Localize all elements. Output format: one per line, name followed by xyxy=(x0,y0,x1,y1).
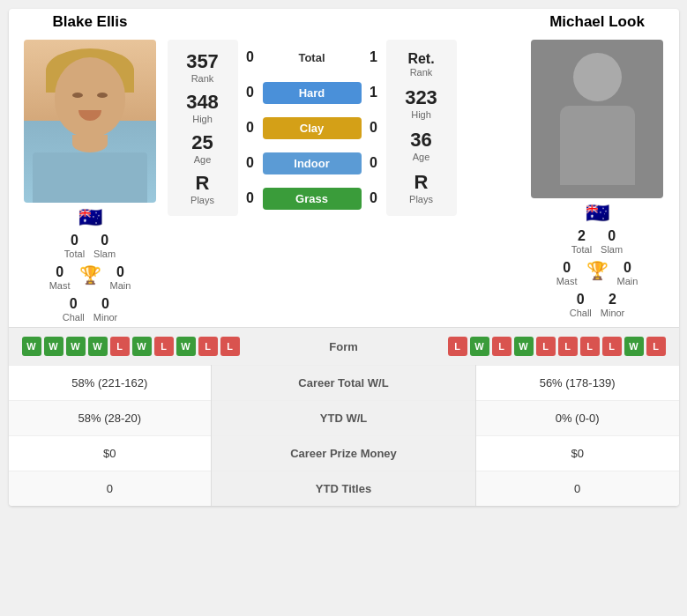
form-badge-w: W xyxy=(470,337,489,356)
right-flag: 🇦🇺 xyxy=(586,202,609,225)
right-ytd-wl: 0% (0-0) xyxy=(475,401,678,436)
right-mast: 0 Mast xyxy=(556,260,578,286)
left-player-col: 🇦🇺 0 Total 0 Slam 0 Mast 🏆 0 xyxy=(13,40,168,323)
hard-score-row: 0 Hard 1 xyxy=(242,82,383,104)
left-minor: 0 Minor xyxy=(93,296,118,323)
left-mast: 0 Mast xyxy=(49,264,71,291)
form-badge-l: L xyxy=(580,337,600,356)
career-wl-row: 58% (221-162) Career Total W/L 56% (178-… xyxy=(9,366,679,401)
right-stats-bot: 0 Chall 2 Minor xyxy=(570,292,625,318)
form-badge-w: W xyxy=(132,337,152,356)
left-high-block: 348 High xyxy=(186,91,219,124)
left-stats-box: 357 Rank 348 High 25 Age R Plays xyxy=(168,40,238,216)
left-rank-block: 357 Rank xyxy=(186,50,219,84)
left-player-photo xyxy=(24,40,156,203)
grass-score-row: 0 Grass 0 xyxy=(242,188,383,210)
right-plays-block: R Plays xyxy=(409,171,433,204)
titles-label: YTD Titles xyxy=(212,471,476,507)
left-plays-block: R Plays xyxy=(190,172,214,205)
right-stats-mid: 0 Mast 🏆 0 Main xyxy=(556,260,638,286)
career-wl-label: Career Total W/L xyxy=(212,366,476,401)
prize-row: $0 Career Prize Money $0 xyxy=(9,436,679,471)
stats-table: 58% (221-162) Career Total W/L 56% (178-… xyxy=(9,365,679,506)
left-career-wl: 58% (221-162) xyxy=(9,366,212,401)
left-trophy-icon: 🏆 xyxy=(79,264,101,291)
right-stats-box: Ret. Rank 323 High 36 Age R Plays xyxy=(386,40,457,216)
right-slam: 0 Slam xyxy=(601,228,623,255)
indoor-score-row: 0 Indoor 0 xyxy=(242,152,383,174)
left-stats-top: 0 Total 0 Slam xyxy=(64,233,116,259)
main-card: Blake Ellis Michael Look 🇦🇺 xyxy=(9,9,679,506)
right-trophy-icon: 🏆 xyxy=(586,260,609,286)
right-high-block: 323 High xyxy=(405,86,437,120)
right-main: 0 Main xyxy=(617,260,638,286)
ytd-wl-row: 58% (28-20) YTD W/L 0% (0-0) xyxy=(9,401,679,436)
left-form-badges: WWWWLWLWLL xyxy=(22,337,300,356)
left-ytd-wl: 58% (28-20) xyxy=(9,401,212,436)
left-prize: $0 xyxy=(9,436,212,471)
form-badge-l: L xyxy=(110,337,130,356)
stats-scores-row: 357 Rank 348 High 25 Age R Plays xyxy=(168,40,520,216)
prize-label: Career Prize Money xyxy=(212,436,476,471)
form-badge-w: W xyxy=(176,337,196,356)
right-form-badges: LWLWLLLLWL xyxy=(388,337,666,356)
right-player-name: Michael Look xyxy=(549,13,645,30)
left-titles: 0 xyxy=(9,471,212,507)
total-score-row: 0 Total 1 xyxy=(242,47,383,69)
form-badge-w: W xyxy=(624,337,644,356)
center-col-main: 357 Rank 348 High 25 Age R Plays xyxy=(168,40,520,216)
form-badge-w: W xyxy=(44,337,63,356)
form-badge-l: L xyxy=(154,337,174,356)
form-badge-w: W xyxy=(22,337,41,356)
right-total: 2 Total xyxy=(571,228,592,255)
left-slam: 0 Slam xyxy=(93,233,116,259)
form-badge-w: W xyxy=(514,337,534,356)
form-badge-w: W xyxy=(88,337,108,356)
right-titles: 0 xyxy=(475,471,678,507)
left-age-block: 25 Age xyxy=(191,131,213,165)
form-badge-l: L xyxy=(602,337,622,356)
name-row: Blake Ellis Michael Look xyxy=(9,9,679,31)
left-total: 0 Total xyxy=(64,233,85,259)
form-badge-l: L xyxy=(220,337,240,356)
left-main: 0 Main xyxy=(110,264,131,291)
form-badge-l: L xyxy=(492,337,512,356)
top-players-row: 🇦🇺 0 Total 0 Slam 0 Mast 🏆 0 xyxy=(9,31,679,327)
clay-score-row: 0 Clay 0 xyxy=(242,117,383,139)
right-stats-top: 2 Total 0 Slam xyxy=(571,228,623,255)
right-career-wl: 56% (178-139) xyxy=(475,366,678,401)
form-badge-l: L xyxy=(198,337,218,356)
scores-column: 0 Total 1 0 Hard 1 0 Clay 0 xyxy=(242,40,383,216)
form-badge-w: W xyxy=(66,337,86,356)
form-badge-l: L xyxy=(646,337,666,356)
form-badge-l: L xyxy=(448,337,467,356)
left-flag: 🇦🇺 xyxy=(78,206,102,229)
ytd-wl-label: YTD W/L xyxy=(212,401,476,436)
right-age-block: 36 Age xyxy=(410,129,431,162)
left-chall: 0 Chall xyxy=(63,296,85,323)
form-badge-l: L xyxy=(558,337,578,356)
form-badge-l: L xyxy=(536,337,556,356)
left-stats-mid: 0 Mast 🏆 0 Main xyxy=(49,264,131,291)
titles-row: 0 YTD Titles 0 xyxy=(9,471,679,507)
left-player-name: Blake Ellis xyxy=(52,13,127,30)
left-stats-bot: 0 Chall 0 Minor xyxy=(63,296,118,323)
right-player-col: 🇦🇺 2 Total 0 Slam 0 Mast 🏆 0 xyxy=(520,40,675,318)
right-minor: 2 Minor xyxy=(601,292,625,318)
right-chall: 0 Chall xyxy=(570,292,592,318)
right-player-photo xyxy=(531,40,663,198)
right-rank-block: Ret. Rank xyxy=(407,51,434,78)
form-section: WWWWLWLWLL Form LWLWLLLLWL xyxy=(9,327,679,365)
right-prize: $0 xyxy=(475,436,678,471)
form-label: Form xyxy=(300,340,388,353)
